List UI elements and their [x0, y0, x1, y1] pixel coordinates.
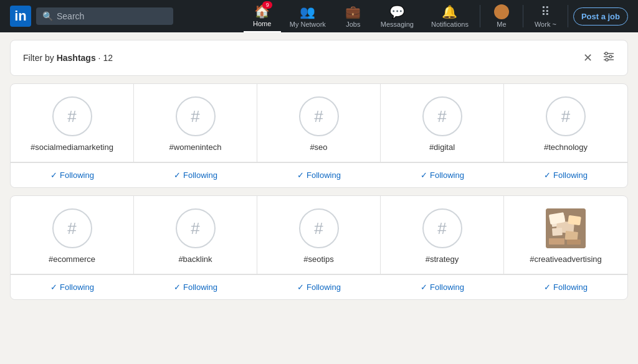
nav-jobs-label: Jobs	[346, 21, 360, 28]
nav-home[interactable]: 🏠 9 Home	[244, 0, 281, 32]
filter-bar: Filter by Hashtags · 12 ✕	[10, 40, 628, 76]
post-job-button[interactable]: Post a job	[573, 7, 628, 26]
hashtag-cell-seo: # #seo	[257, 84, 381, 162]
check-icon-6: ✓	[50, 282, 57, 292]
nav-work-label: Work ~	[535, 21, 556, 28]
check-icon-4: ✓	[421, 170, 427, 180]
hashtag-icon-seo: #	[299, 96, 339, 136]
svg-point-5	[606, 58, 608, 61]
hashtag-label-seotips: #seotips	[303, 254, 333, 264]
hashtag-cell-strategy: # #strategy	[381, 196, 504, 274]
check-icon-8: ✓	[297, 282, 304, 292]
following-row-1: ✓Following ✓Following ✓Following ✓Follow…	[11, 162, 627, 187]
hashtag-label-womenintech: #womenintech	[169, 142, 222, 152]
main-content: Filter by Hashtags · 12 ✕ # #socialm	[0, 32, 638, 315]
hashtag-label-strategy: #strategy	[426, 254, 459, 264]
search-icon: 🔍	[42, 11, 53, 21]
nav-notifications-label: Notifications	[431, 21, 469, 28]
hashtag-cell-creativeadvertising: #creativeadvertising	[504, 196, 627, 274]
following-button-seo[interactable]: ✓Following	[257, 162, 381, 187]
following-button-womenintech[interactable]: ✓Following	[134, 162, 257, 187]
network-icon: 👥	[300, 4, 315, 19]
hashtag-label-ecommerce: #ecommerce	[49, 254, 95, 264]
following-button-backlink[interactable]: ✓Following	[134, 274, 257, 299]
hashtag-label-digital: #digital	[429, 142, 455, 152]
check-icon-9: ✓	[421, 282, 427, 292]
hashtag-grid-row1: # #socialmediamarketing # #womenintech #…	[10, 83, 628, 188]
following-button-creativeadvertising[interactable]: ✓Following	[504, 274, 627, 299]
hashtag-image-creativeadvertising	[546, 208, 586, 248]
hashtag-icon-strategy: #	[422, 208, 462, 248]
check-icon-7: ✓	[174, 282, 181, 292]
hashtag-cell-technology: # #technology	[504, 84, 627, 162]
check-icon-10: ✓	[544, 282, 551, 292]
check-icon-3: ✓	[297, 170, 304, 180]
nav-network-label: My Network	[290, 21, 326, 28]
home-icon: 🏠 9	[254, 4, 270, 19]
navbar: in 🔍 Search 🏠 9 Home 👥 My Network 💼 Jobs…	[0, 0, 638, 32]
hashtag-cell-seotips: # #seotips	[257, 196, 381, 274]
svg-point-4	[609, 55, 612, 58]
check-icon-5: ✓	[544, 170, 551, 180]
hashtag-icon-ecommerce: #	[52, 208, 92, 248]
hashtag-cell-backlink: # #backlink	[134, 196, 257, 274]
me-avatar	[494, 4, 509, 19]
nav-network[interactable]: 👥 My Network	[281, 1, 335, 32]
search-bar[interactable]: 🔍 Search	[36, 7, 173, 25]
following-button-technology[interactable]: ✓Following	[504, 162, 627, 187]
following-button-strategy[interactable]: ✓Following	[381, 274, 504, 299]
linkedin-logo[interactable]: in	[10, 6, 31, 27]
hashtag-grid-row2: # #ecommerce # #backlink # #seotips # #s…	[10, 195, 628, 300]
hashtag-row-2: # #ecommerce # #backlink # #seotips # #s…	[11, 196, 627, 274]
notifications-icon: 🔔	[442, 4, 457, 19]
hashtag-cell-womenintech: # #womenintech	[134, 84, 257, 162]
hashtag-row-1: # #socialmediamarketing # #womenintech #…	[11, 84, 627, 162]
following-button-seotips[interactable]: ✓Following	[257, 274, 381, 299]
nav-messaging[interactable]: 💬 Messaging	[372, 1, 422, 32]
home-badge: 9	[262, 1, 272, 9]
following-row-2: ✓Following ✓Following ✓Following ✓Follow…	[11, 274, 627, 299]
messaging-icon: 💬	[389, 4, 405, 19]
svg-point-3	[605, 52, 607, 55]
search-placeholder: Search	[57, 11, 84, 21]
hashtag-label-socialmediamarketing: #socialmediamarketing	[31, 142, 113, 152]
filter-text: Filter by Hashtags · 12	[23, 53, 583, 63]
work-icon: ⠿	[541, 4, 550, 19]
nav-divider-3	[568, 5, 568, 27]
nav-me-label: Me	[497, 21, 506, 28]
svg-rect-9	[552, 228, 563, 236]
nav-divider-2	[523, 5, 523, 27]
hashtag-icon-digital: #	[422, 96, 462, 136]
nav-notifications[interactable]: 🔔 Notifications	[422, 1, 477, 32]
hashtag-icon-socialmediamarketing: #	[52, 96, 92, 136]
svg-rect-10	[565, 231, 578, 241]
hashtag-label-backlink: #backlink	[178, 254, 212, 264]
sliders-icon[interactable]	[602, 50, 615, 65]
hashtag-label-technology: #technology	[544, 142, 588, 152]
close-icon[interactable]: ✕	[583, 51, 593, 65]
filter-count: · 12	[98, 53, 113, 63]
nav-me[interactable]: Me	[483, 1, 520, 32]
nav-divider-1	[480, 5, 480, 27]
filter-prefix: Filter by	[23, 53, 57, 63]
hashtag-icon-seotips: #	[299, 208, 339, 248]
hashtag-label-seo: #seo	[310, 142, 327, 152]
filter-icons: ✕	[583, 50, 615, 65]
following-button-ecommerce[interactable]: ✓Following	[11, 274, 134, 299]
check-icon-1: ✓	[50, 170, 57, 180]
hashtag-label-creativeadvertising: #creativeadvertising	[530, 254, 602, 264]
hashtag-cell-socialmediamarketing: # #socialmediamarketing	[11, 84, 134, 162]
jobs-icon: 💼	[345, 4, 361, 19]
check-icon-2: ✓	[174, 170, 181, 180]
filter-type: Hashtags	[57, 53, 96, 63]
following-button-socialmediamarketing[interactable]: ✓Following	[11, 162, 134, 187]
svg-rect-12	[567, 240, 581, 245]
hashtag-cell-ecommerce: # #ecommerce	[11, 196, 134, 274]
hashtag-cell-digital: # #digital	[381, 84, 504, 162]
hashtag-icon-womenintech: #	[176, 96, 216, 136]
nav-jobs[interactable]: 💼 Jobs	[335, 1, 372, 32]
nav-work[interactable]: ⠿ Work ~	[526, 1, 565, 32]
following-button-digital[interactable]: ✓Following	[381, 162, 504, 187]
nav-messaging-label: Messaging	[381, 21, 414, 28]
hashtag-icon-backlink: #	[176, 208, 216, 248]
